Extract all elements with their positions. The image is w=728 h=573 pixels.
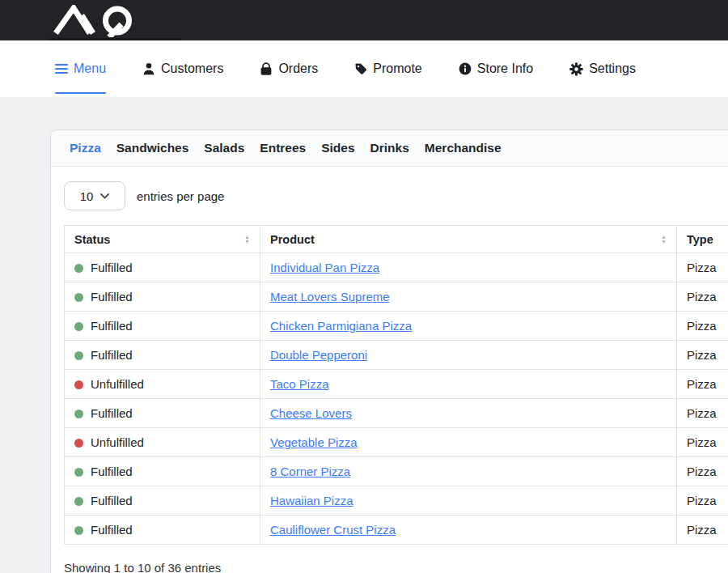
product-link[interactable]: Meat Lovers Supreme <box>270 290 390 303</box>
column-header-type[interactable]: Type <box>677 226 728 253</box>
status-dot <box>74 322 83 331</box>
nav-item-store-info[interactable]: Store Info <box>459 40 533 97</box>
table-row: Fulfilled Cheese Lovers Pizza <box>65 399 728 428</box>
status-dot <box>74 439 83 448</box>
type-cell: Pizza <box>677 341 728 370</box>
status-label: Fulfilled <box>91 319 133 333</box>
tag-icon <box>354 62 367 75</box>
nav-item-orders[interactable]: Orders <box>260 40 318 97</box>
product-link[interactable]: Taco Pizza <box>270 377 329 391</box>
table-row: Fulfilled Hawaiian Pizza Pizza <box>65 486 728 516</box>
topbar <box>0 0 728 40</box>
tab-merchandise[interactable]: Merchandise <box>425 141 502 155</box>
product-cell: Cheese Lovers <box>260 399 677 428</box>
hamburger-icon <box>55 63 68 74</box>
column-header-product[interactable]: Product ▲▼ <box>260 226 677 253</box>
brand-logo[interactable] <box>52 5 142 40</box>
type-cell: Pizza <box>677 516 728 545</box>
sort-icon: ▲▼ <box>661 235 667 244</box>
status-dot <box>74 468 83 477</box>
status-cell: Fulfilled <box>65 516 260 545</box>
nav-item-label: Settings <box>589 62 636 76</box>
status-label: Fulfilled <box>91 406 133 420</box>
nav-item-settings[interactable]: Settings <box>569 40 636 97</box>
page-size-value: 10 <box>80 189 94 203</box>
status-cell: Fulfilled <box>65 399 260 428</box>
status-cell: Fulfilled <box>65 341 260 370</box>
table-row: Fulfilled Double Pepperoni Pizza <box>65 341 728 370</box>
type-cell: Pizza <box>677 282 728 312</box>
status-label: Fulfilled <box>91 494 133 507</box>
status-cell: Unfulfilled <box>65 370 260 399</box>
table-row: Fulfilled Chicken Parmigiana Pizza Pizza <box>65 312 728 341</box>
product-link[interactable]: Cauliflower Crust Pizza <box>270 523 396 537</box>
nav-item-customers[interactable]: Customers <box>142 40 223 97</box>
product-link[interactable]: Double Pepperoni <box>270 348 367 362</box>
tab-pizza[interactable]: Pizza <box>70 141 101 155</box>
product-cell: Cauliflower Crust Pizza <box>260 516 677 545</box>
page-size-select[interactable]: 10 <box>64 181 125 210</box>
product-cell: Taco Pizza <box>260 370 677 399</box>
nav-item-label: Orders <box>278 62 318 76</box>
entries-per-page-label: entries per page <box>137 189 224 203</box>
gear-icon <box>569 62 583 76</box>
type-cell: Pizza <box>677 457 728 486</box>
nav-item-promote[interactable]: Promote <box>354 40 421 97</box>
product-link[interactable]: Individual Pan Pizza <box>270 261 379 274</box>
product-link[interactable]: 8 Corner Pizza <box>270 465 350 478</box>
app: Menu Customers Orders Promote Store Info <box>0 0 728 573</box>
type-cell: Pizza <box>677 428 728 457</box>
type-cell: Pizza <box>677 399 728 428</box>
status-label: Unfulfilled <box>91 377 144 391</box>
nav-item-label: Store Info <box>477 62 533 76</box>
product-link[interactable]: Chicken Parmigiana Pizza <box>270 319 412 333</box>
status-dot <box>74 410 83 418</box>
card-body: 10 entries per page Status <box>51 167 728 573</box>
status-dot <box>74 351 83 360</box>
tab-salads[interactable]: Salads <box>204 141 244 155</box>
nav-item-menu[interactable]: Menu <box>55 40 106 97</box>
product-cell: Chicken Parmigiana Pizza <box>260 312 677 341</box>
type-cell: Pizza <box>677 312 728 341</box>
tab-entrees[interactable]: Entrees <box>260 141 306 155</box>
tab-sandwiches[interactable]: Sandwiches <box>116 141 189 155</box>
status-dot <box>74 293 83 302</box>
product-cell: Hawaiian Pizza <box>260 486 677 516</box>
product-link[interactable]: Hawaiian Pizza <box>270 494 353 507</box>
status-label: Fulfilled <box>91 523 133 537</box>
results-summary: Showing 1 to 10 of 36 entries <box>64 561 728 573</box>
nav-item-label: Customers <box>161 62 223 76</box>
menu-card: Pizza Sandwiches Salads Entrees Sides Dr… <box>50 129 728 573</box>
tab-drinks[interactable]: Drinks <box>370 141 409 155</box>
table-row: Fulfilled Cauliflower Crust Pizza Pizza <box>65 516 728 545</box>
status-cell: Fulfilled <box>65 457 260 486</box>
product-link[interactable]: Cheese Lovers <box>270 406 352 420</box>
type-cell: Pizza <box>677 253 728 282</box>
status-cell: Fulfilled <box>65 253 260 282</box>
products-table: Status ▲▼ Product ▲▼ <box>64 225 728 545</box>
tab-sides[interactable]: Sides <box>321 141 354 155</box>
sort-icon: ▲▼ <box>244 235 250 244</box>
product-cell: Meat Lovers Supreme <box>260 282 677 312</box>
table-row: Fulfilled Individual Pan Pizza Pizza <box>65 253 728 282</box>
product-link[interactable]: Vegetable Pizza <box>270 435 358 449</box>
status-label: Fulfilled <box>91 290 133 303</box>
status-cell: Unfulfilled <box>65 428 260 457</box>
product-cell: Vegetable Pizza <box>260 428 677 457</box>
shopping-bag-icon <box>260 62 273 76</box>
table-row: Fulfilled 8 Corner Pizza Pizza <box>65 457 728 486</box>
column-header-status[interactable]: Status ▲▼ <box>65 226 260 253</box>
status-cell: Fulfilled <box>65 486 260 516</box>
person-icon <box>142 62 155 75</box>
status-cell: Fulfilled <box>65 282 260 312</box>
column-label: Type <box>687 233 713 246</box>
product-cell: Individual Pan Pizza <box>260 253 677 282</box>
nav-item-label: Menu <box>74 62 106 76</box>
table-row: Unfulfilled Taco Pizza Pizza <box>65 370 728 399</box>
chevron-down-icon <box>100 193 109 199</box>
status-cell: Fulfilled <box>65 312 260 341</box>
product-cell: 8 Corner Pizza <box>260 457 677 486</box>
status-dot <box>74 380 83 389</box>
table-row: Fulfilled Meat Lovers Supreme Pizza <box>65 282 728 312</box>
status-label: Fulfilled <box>91 465 133 478</box>
